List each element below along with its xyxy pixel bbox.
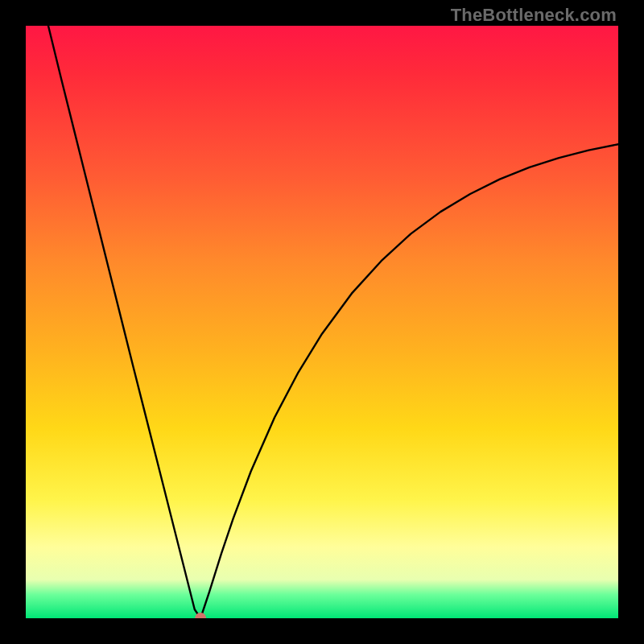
plot-area (26, 26, 618, 618)
watermark-text: TheBottleneck.com (451, 5, 617, 26)
minimum-dot-icon (195, 613, 206, 618)
minimum-marker (26, 26, 618, 618)
chart-container: TheBottleneck.com (0, 0, 644, 644)
